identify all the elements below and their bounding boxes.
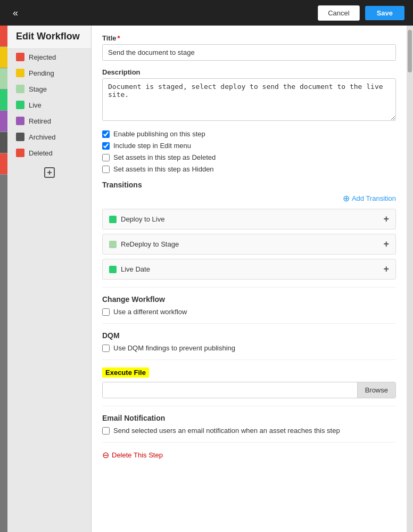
description-input[interactable]: Document is staged, select deploy to sen… <box>102 78 396 121</box>
color-dot-rejected <box>16 53 24 61</box>
divider-2 <box>102 323 396 324</box>
transition-text-live-date: Live Date <box>121 265 150 273</box>
transitions-title: Transitions <box>102 181 396 189</box>
checkbox-set-hidden: Set assets in this step as Hidden <box>102 165 396 173</box>
add-transition-button[interactable]: ⊕ Add Transition <box>343 193 396 203</box>
include-edit-menu-checkbox[interactable] <box>102 142 110 150</box>
plus-circle-icon: ⊕ <box>343 193 350 203</box>
delete-step-label: Delete This Step <box>112 451 163 459</box>
strip-stage <box>0 68 7 89</box>
transitions-list: Deploy to Live + ReDeploy to Stage + Liv… <box>102 209 396 280</box>
description-group: Description Document is staged, select d… <box>102 68 396 122</box>
sidebar-item-pending[interactable]: Pending <box>10 65 89 81</box>
transition-text-redeploy-stage: ReDeploy to Stage <box>121 240 179 248</box>
transition-expand-redeploy-stage[interactable]: + <box>383 239 389 250</box>
email-notification-group: Email Notification Send selected users a… <box>102 414 396 435</box>
description-label: Description <box>102 68 396 76</box>
sidebar-item-live[interactable]: Live <box>10 97 89 113</box>
sidebar-item-rejected[interactable]: Rejected <box>10 49 89 65</box>
top-bar: « Cancel Save <box>0 0 413 26</box>
color-dot-deleted <box>16 149 24 157</box>
back-button[interactable]: « <box>9 5 22 21</box>
scrollbar-track[interactable] <box>407 26 413 532</box>
email-notification-checkbox-row: Send selected users an email notificatio… <box>102 427 396 435</box>
color-dot-pending <box>16 69 24 77</box>
sidebar-item-deleted[interactable]: Deleted <box>10 145 89 161</box>
strip-archived <box>0 132 7 153</box>
browse-button[interactable]: Browse <box>357 382 395 398</box>
transition-item-live-date[interactable]: Live Date + <box>102 259 396 280</box>
checkbox-include-edit-menu: Include step in Edit menu <box>102 142 396 150</box>
set-deleted-checkbox[interactable] <box>102 154 110 161</box>
delete-step-button[interactable]: ⊖ Delete This Step <box>102 450 163 460</box>
sidebar-label-pending: Pending <box>29 69 54 77</box>
sidebar-item-retired[interactable]: Retired <box>10 113 89 129</box>
delete-icon: ⊖ <box>102 450 109 460</box>
strip-retired <box>0 111 7 132</box>
divider-1 <box>102 287 396 288</box>
transition-label-row-live-date: Live Date <box>109 265 150 273</box>
file-input-row: Browse <box>102 382 396 398</box>
use-different-workflow-row: Use a different workflow <box>102 308 396 316</box>
sidebar-item-archived[interactable]: Archived <box>10 129 89 145</box>
change-workflow-group: Change Workflow Use a different workflow <box>102 295 396 316</box>
add-transition-row: ⊕ Add Transition <box>102 193 396 203</box>
checkbox-set-deleted: Set assets in this step as Deleted <box>102 153 396 161</box>
page-title: Edit Workflow <box>7 26 91 49</box>
transition-label-row-redeploy-stage: ReDeploy to Stage <box>109 240 179 248</box>
transition-dot-live-date <box>109 266 117 273</box>
transition-expand-live-date[interactable]: + <box>383 264 389 275</box>
file-path-input[interactable] <box>103 382 357 398</box>
execute-file-group: Execute File Browse <box>102 367 396 398</box>
title-input[interactable] <box>102 44 396 61</box>
use-different-workflow-checkbox[interactable] <box>102 308 110 316</box>
transition-dot-redeploy-stage <box>109 241 117 248</box>
checkbox-enable-publishing: Enable publishing on this step <box>102 130 396 138</box>
main-container: Edit Workflow Rejected Pending Stage Liv… <box>0 26 413 532</box>
color-dot-retired <box>16 117 24 125</box>
sidebar-label-rejected: Rejected <box>29 53 56 61</box>
color-dot-archived <box>16 133 24 141</box>
sidebar-item-stage[interactable]: Stage <box>10 81 89 97</box>
email-notification-title: Email Notification <box>102 414 396 422</box>
sidebar-list: Rejected Pending Stage Live Retired Arch… <box>7 49 91 161</box>
transition-dot-deploy-live <box>109 216 117 223</box>
transition-text-deploy-live: Deploy to Live <box>121 215 164 223</box>
dqm-title: DQM <box>102 331 396 340</box>
dqm-checkbox-row: Use DQM findings to prevent publishing <box>102 344 396 352</box>
scrollbar-thumb[interactable] <box>408 30 412 72</box>
transition-expand-deploy-live[interactable]: + <box>383 214 389 225</box>
sidebar-label-stage: Stage <box>29 85 47 93</box>
set-hidden-checkbox[interactable] <box>102 166 110 173</box>
add-transition-label: Add Transition <box>352 194 396 202</box>
change-workflow-title: Change Workflow <box>102 295 396 304</box>
enable-publishing-checkbox[interactable] <box>102 130 110 138</box>
dqm-checkbox[interactable] <box>102 345 110 352</box>
strip-rest <box>0 175 7 532</box>
sidebar-label-archived: Archived <box>29 133 56 141</box>
strip-deleted <box>0 153 7 175</box>
top-bar-left: « <box>9 5 312 21</box>
divider-4 <box>102 406 396 406</box>
content-area: Title* Description Document is staged, s… <box>92 26 407 532</box>
email-notification-checkbox[interactable] <box>102 427 110 435</box>
strip-rejected <box>0 26 7 47</box>
cancel-button[interactable]: Cancel <box>318 5 359 21</box>
sidebar-label-deleted: Deleted <box>29 149 53 157</box>
divider-5 <box>102 442 396 443</box>
divider-3 <box>102 359 396 360</box>
color-dot-stage <box>16 85 24 93</box>
transition-item-redeploy-stage[interactable]: ReDeploy to Stage + <box>102 234 396 255</box>
transition-item-deploy-live[interactable]: Deploy to Live + <box>102 209 396 230</box>
execute-file-label: Execute File <box>102 367 149 378</box>
strip-pending <box>0 47 7 68</box>
save-button[interactable]: Save <box>365 6 404 20</box>
content-scroll: Title* Description Document is staged, s… <box>92 26 407 532</box>
color-dot-live <box>16 101 24 109</box>
strip-live <box>0 89 7 111</box>
sidebar-label-retired: Retired <box>29 117 51 125</box>
left-color-strip <box>0 26 7 532</box>
dqm-group: DQM Use DQM findings to prevent publishi… <box>102 331 396 352</box>
add-step-button[interactable] <box>40 163 59 182</box>
title-group: Title* <box>102 34 396 61</box>
